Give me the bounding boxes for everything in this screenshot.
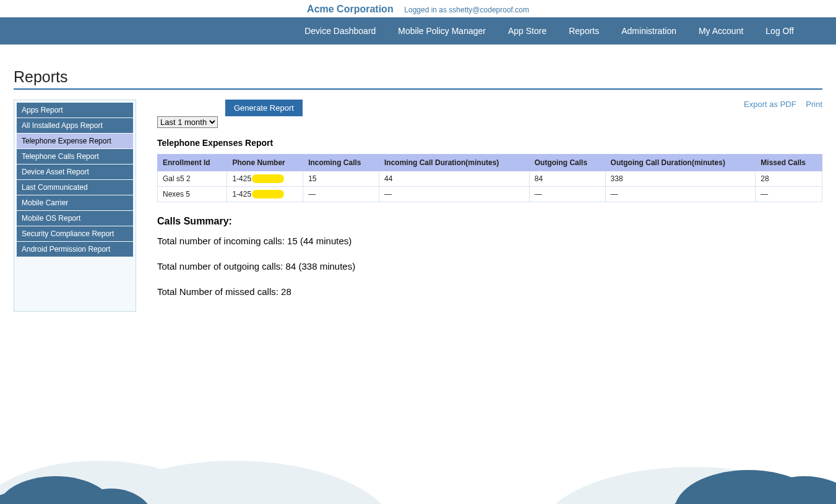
print-link[interactable]: Print <box>806 100 822 109</box>
cell-phone: 1-425 <box>227 187 303 202</box>
sidebar-item-last-communicated[interactable]: Last Communicated <box>17 180 133 195</box>
report-title: Telephone Expenses Report <box>157 138 822 148</box>
top-header: Acme Corporation Logged in as sshetty@co… <box>0 0 836 17</box>
summary-missed: Total Number of missed calls: 28 <box>157 286 822 297</box>
table-row: Nexes 5 1-425 — — — — — <box>158 187 822 202</box>
col-outgoing: Outgoing Calls <box>529 155 605 171</box>
logged-in-text: Logged in as sshetty@codeproof.com <box>404 6 529 14</box>
cell-outgoing: 84 <box>529 171 605 187</box>
svg-point-8 <box>647 501 739 504</box>
col-missed: Missed Calls <box>756 155 822 171</box>
sidebar-item-all-installed-apps[interactable]: All Installed Apps Report <box>17 118 133 133</box>
sidebar-item-mobile-carrier[interactable]: Mobile Carrier <box>17 195 133 210</box>
footer-clouds-icon <box>0 442 836 504</box>
cell-missed: — <box>756 187 822 202</box>
col-in-dur: Incoming Call Duration(minutes) <box>379 155 530 171</box>
col-incoming: Incoming Calls <box>303 155 379 171</box>
export-pdf-link[interactable]: Export as PDF <box>744 100 796 109</box>
col-phone: Phone Number <box>227 155 303 171</box>
svg-point-1 <box>74 461 396 504</box>
export-links: Export as PDF Print <box>736 100 822 109</box>
svg-point-0 <box>0 461 229 504</box>
cell-out-dur: — <box>605 187 756 202</box>
sidebar-item-apps-report[interactable]: Apps Report <box>17 103 133 117</box>
svg-point-3 <box>68 489 155 504</box>
summary-outgoing: Total number of outgoing calls: 84 (338 … <box>157 261 822 271</box>
date-range-select[interactable]: Last 1 month <box>157 116 218 128</box>
svg-point-4 <box>0 492 62 504</box>
nav-mobile-policy-manager[interactable]: Mobile Policy Manager <box>398 26 486 36</box>
redacted-icon <box>252 190 284 199</box>
title-divider <box>14 88 822 90</box>
sidebar-item-mobile-os[interactable]: Mobile OS Report <box>17 211 133 226</box>
summary-incoming: Total number of incoming calls: 15 (44 m… <box>157 236 822 246</box>
summary-title: Calls Summary: <box>157 216 822 227</box>
svg-point-2 <box>0 476 114 504</box>
cell-out-dur: 338 <box>605 171 756 187</box>
sidebar-item-android-permission[interactable]: Android Permission Report <box>17 242 133 257</box>
nav-device-dashboard[interactable]: Device Dashboard <box>304 26 376 36</box>
col-out-dur: Outgoing Call Duration(minutes) <box>605 155 756 171</box>
svg-point-5 <box>538 467 836 504</box>
sidebar-item-telephone-expense[interactable]: Telephone Expense Report <box>17 134 133 148</box>
nav-reports[interactable]: Reports <box>569 26 599 36</box>
phone-prefix: 1-425 <box>232 174 251 183</box>
table-row: Gal s5 2 1-425 15 44 84 338 28 <box>158 171 822 187</box>
report-table: Enrollment Id Phone Number Incoming Call… <box>157 154 822 202</box>
page-title: Reports <box>14 68 822 86</box>
main-nav: Device Dashboard Mobile Policy Manager A… <box>0 17 836 45</box>
redacted-icon <box>252 174 284 183</box>
cell-phone: 1-425 <box>227 171 303 187</box>
cell-outgoing: — <box>529 187 605 202</box>
cell-incoming: 15 <box>303 171 379 187</box>
cell-enrollment: Gal s5 2 <box>158 171 227 187</box>
nav-log-off[interactable]: Log Off <box>765 26 794 36</box>
cell-incoming: — <box>303 187 379 202</box>
main-content: Generate Report Last 1 month Export as P… <box>157 100 822 312</box>
nav-app-store[interactable]: App Store <box>508 26 546 36</box>
cell-enrollment: Nexes 5 <box>158 187 227 202</box>
nav-my-account[interactable]: My Account <box>699 26 743 36</box>
sidebar-item-security-compliance[interactable]: Security Compliance Report <box>17 226 133 241</box>
phone-prefix: 1-425 <box>232 190 251 199</box>
nav-administration[interactable]: Administration <box>621 26 676 36</box>
svg-point-7 <box>743 476 836 504</box>
table-header-row: Enrollment Id Phone Number Incoming Call… <box>158 155 822 171</box>
sidebar-item-telephone-calls[interactable]: Telephone Calls Report <box>17 149 133 164</box>
cell-in-dur: — <box>379 187 530 202</box>
generate-report-button[interactable]: Generate Report <box>225 100 303 116</box>
cell-missed: 28 <box>756 171 822 187</box>
company-name: Acme Corporation <box>307 4 394 14</box>
sidebar: Apps Report All Installed Apps Report Te… <box>14 100 136 312</box>
col-enrollment: Enrollment Id <box>158 155 227 171</box>
svg-point-6 <box>674 470 823 504</box>
cell-in-dur: 44 <box>379 171 530 187</box>
sidebar-item-device-asset[interactable]: Device Asset Report <box>17 164 133 179</box>
